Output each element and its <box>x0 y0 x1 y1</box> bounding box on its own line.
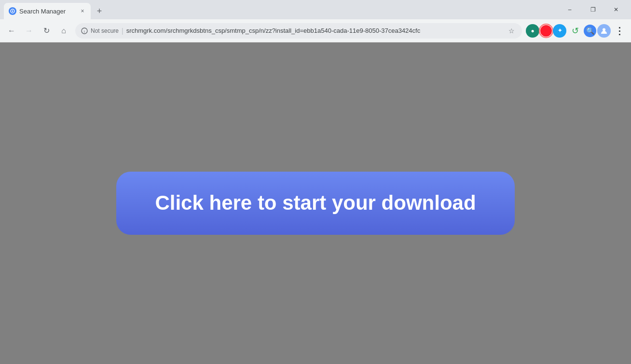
menu-button[interactable]: ⋮ <box>612 23 627 39</box>
extension-icon-5[interactable]: 🔍 <box>584 25 596 37</box>
extension-icon-4[interactable]: ↺ <box>567 23 583 39</box>
svg-point-1 <box>12 11 14 12</box>
profile-button[interactable] <box>597 24 611 38</box>
title-bar: Search Manager × + – ❐ ✕ <box>0 0 631 19</box>
browser-window: Search Manager × + – ❐ ✕ ← → ↻ ⌂ i <box>0 0 631 364</box>
svg-point-4 <box>603 28 605 31</box>
maximize-button[interactable]: ❐ <box>582 2 604 17</box>
bookmark-button[interactable]: ☆ <box>507 26 516 36</box>
page-content: Click here to start your download <box>0 42 631 364</box>
address-divider: | <box>122 27 123 35</box>
window-controls: – ❐ ✕ <box>559 0 631 19</box>
tab-strip: Search Manager × + <box>0 0 559 19</box>
minimize-button[interactable]: – <box>559 2 581 17</box>
security-icon: i <box>81 27 88 34</box>
address-bar[interactable]: i Not secure | srchmgrk.com/srchmgrkdsbt… <box>75 23 522 39</box>
extension-icon-1[interactable]: ● <box>526 24 539 38</box>
reload-button[interactable]: ↻ <box>39 23 54 39</box>
new-tab-button[interactable]: + <box>93 4 106 18</box>
toolbar: ← → ↻ ⌂ i Not secure | srchmgrk.com/srch… <box>0 19 631 42</box>
security-label: Not secure <box>91 27 119 34</box>
active-tab[interactable]: Search Manager × <box>4 3 91 19</box>
tab-title: Search Manager <box>19 8 75 15</box>
back-button[interactable]: ← <box>4 23 19 39</box>
close-button[interactable]: ✕ <box>605 2 627 17</box>
download-button[interactable]: Click here to start your download <box>116 172 514 234</box>
extension-icon-3[interactable]: ✦ <box>553 24 566 38</box>
toolbar-right: ● ✦ ↺ 🔍 ⋮ <box>526 23 627 39</box>
tab-favicon <box>9 7 16 15</box>
download-button-text: Click here to start your download <box>155 191 476 215</box>
forward-button[interactable]: → <box>21 23 37 39</box>
home-button[interactable]: ⌂ <box>56 23 71 39</box>
extension-icon-2[interactable] <box>540 25 552 37</box>
svg-text:i: i <box>84 29 85 34</box>
url-text: srchmgrk.com/srchmgrkdsbtns_csp/smtmp_cs… <box>126 27 504 34</box>
tab-close-button[interactable]: × <box>78 7 87 15</box>
